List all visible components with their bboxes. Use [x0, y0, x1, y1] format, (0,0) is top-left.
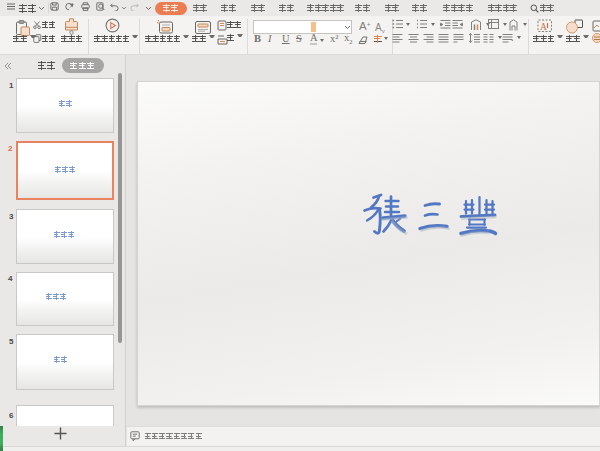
svg-text:A: A	[540, 22, 547, 32]
